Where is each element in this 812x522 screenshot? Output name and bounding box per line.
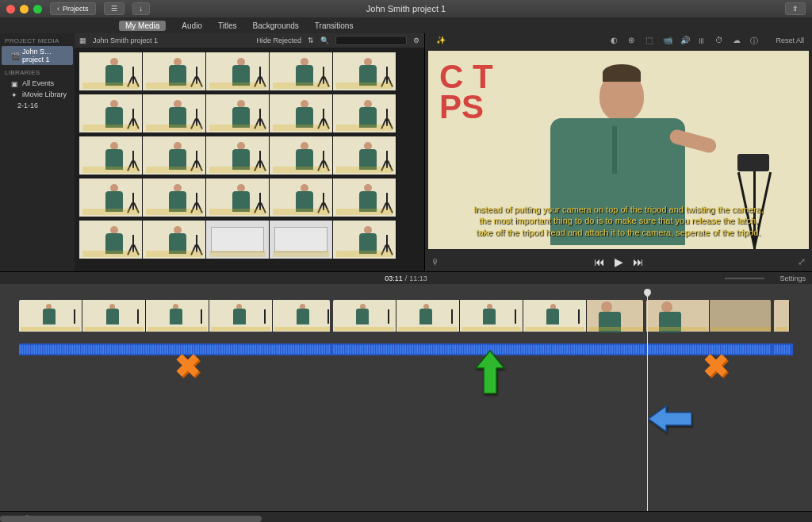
project-media-header: PROJECT MEDIA: [0, 33, 75, 46]
clip-thumb[interactable]: [206, 178, 270, 217]
clip-thumb[interactable]: [79, 136, 143, 175]
annotation-x-right: ✖: [703, 347, 730, 384]
date-label: 2-1-16: [17, 102, 38, 109]
timecode-total: 11:13: [409, 274, 427, 282]
window-minimize-button[interactable]: [20, 5, 29, 13]
sidebar-project-item[interactable]: 🎬 John S…project 1: [2, 46, 73, 65]
search-input[interactable]: [335, 36, 407, 45]
timecode-sep: /: [405, 274, 408, 282]
import-button[interactable]: ↓: [132, 2, 151, 15]
annotation-x-left: ✖: [174, 347, 201, 384]
svg-marker-0: [476, 351, 504, 393]
crop-icon[interactable]: ⬚: [645, 36, 655, 45]
library-sidebar: PROJECT MEDIA 🎬 John S…project 1 LIBRARI…: [0, 33, 75, 271]
back-to-projects-button[interactable]: ‹ Projects: [50, 2, 96, 15]
clip-thumb[interactable]: [206, 94, 270, 132]
clip-thumb[interactable]: [143, 52, 206, 90]
effects-icon[interactable]: ☁: [733, 36, 742, 45]
clip-browser[interactable]: [75, 48, 424, 271]
browser-settings-icon[interactable]: ⚙: [413, 36, 419, 44]
stack-icon: ▣: [11, 80, 19, 86]
all-events-label: All Events: [22, 79, 54, 87]
voiceover-mic-icon[interactable]: 🎙: [431, 258, 439, 267]
color-balance-icon[interactable]: ◐: [611, 36, 620, 45]
filter-dropdown-icon[interactable]: ⇅: [308, 36, 314, 44]
grid-view-icon[interactable]: ▦: [79, 36, 86, 44]
browser-title: John Smith project 1: [93, 36, 158, 44]
video-track[interactable]: [19, 300, 793, 344]
audio-track[interactable]: [19, 344, 793, 355]
playhead[interactable]: [647, 289, 648, 514]
annotation-arrow-left: [647, 403, 695, 442]
clip-thumb[interactable]: [79, 178, 143, 217]
timeline-clip[interactable]: [646, 300, 771, 344]
search-icon: 🔍: [320, 36, 329, 44]
whiteboard-text: C T PS: [439, 62, 493, 122]
clip-thumb[interactable]: [143, 178, 206, 217]
clip-thumb[interactable]: [143, 221, 206, 259]
clip-thumb[interactable]: [79, 94, 143, 132]
equalizer-icon[interactable]: ⫼: [698, 36, 707, 45]
prev-frame-button[interactable]: ⏮: [594, 255, 605, 268]
caption-text: Instead of putting your camera on top of…: [444, 204, 793, 238]
clip-thumb[interactable]: [333, 94, 396, 132]
timecode-current: 03:11: [385, 274, 403, 282]
magic-wand-icon[interactable]: ✨: [436, 36, 446, 45]
zoom-slider[interactable]: [725, 278, 764, 279]
library-list-button[interactable]: ☰: [104, 2, 124, 15]
stabilize-icon[interactable]: 📹: [663, 36, 672, 45]
filter-label: Hide Rejected: [256, 36, 301, 44]
tab-my-media[interactable]: My Media: [119, 21, 166, 31]
clip-thumb[interactable]: [79, 52, 143, 90]
sidebar-all-events[interactable]: ▣ All Events: [0, 78, 75, 89]
reset-all-button[interactable]: Reset All: [776, 36, 804, 44]
tab-transitions[interactable]: Transitions: [315, 21, 354, 30]
clip-thumb[interactable]: [333, 52, 396, 90]
clip-thumb[interactable]: [333, 178, 396, 217]
clapperboard-icon: 🎬: [11, 52, 19, 59]
clip-thumb[interactable]: [270, 52, 333, 90]
tab-backgrounds[interactable]: Backgrounds: [252, 21, 298, 30]
sidebar-date-event[interactable]: 2-1-16: [0, 100, 75, 111]
clip-thumb[interactable]: [333, 136, 396, 175]
play-button[interactable]: ▶: [615, 255, 623, 268]
timeline-area[interactable]: ✖ ✖ ♫: [0, 284, 812, 522]
clip-thumb[interactable]: [79, 221, 143, 259]
sidebar-project-label: John S…project 1: [22, 48, 68, 63]
clip-thumb[interactable]: [206, 136, 270, 175]
clip-thumb[interactable]: [206, 221, 270, 259]
color-correction-icon[interactable]: ⊛: [628, 36, 638, 45]
clip-thumb[interactable]: [270, 221, 333, 259]
next-frame-button[interactable]: ⏭: [633, 255, 644, 268]
horizontal-scrollbar[interactable]: [0, 516, 262, 522]
timeline-clip[interactable]: [19, 300, 330, 344]
clip-thumb[interactable]: [206, 52, 270, 90]
svg-marker-1: [649, 406, 691, 432]
timeline-clip[interactable]: [333, 300, 644, 344]
tab-audio[interactable]: Audio: [182, 21, 202, 30]
annotation-arrow-up: [473, 349, 508, 404]
sidebar-imovie-library[interactable]: ✦ iMovie Library: [0, 89, 75, 100]
tab-titles[interactable]: Titles: [218, 21, 237, 30]
library-star-icon: ✦: [11, 91, 19, 98]
timeline-settings-button[interactable]: Settings: [779, 274, 806, 282]
back-label: Projects: [63, 5, 89, 13]
fullscreen-button[interactable]: ⤢: [798, 256, 806, 267]
window-maximize-button[interactable]: [33, 5, 42, 13]
window-close-button[interactable]: [6, 5, 15, 13]
imovie-library-label: iMovie Library: [22, 90, 67, 98]
chevron-left-icon: ‹: [57, 5, 59, 13]
clip-thumb[interactable]: [270, 94, 333, 132]
share-button[interactable]: ⇪: [785, 2, 806, 15]
info-icon[interactable]: ⓘ: [750, 36, 760, 45]
clip-thumb[interactable]: [143, 136, 206, 175]
speed-icon[interactable]: ⏱: [715, 36, 725, 45]
clip-thumb[interactable]: [270, 136, 333, 175]
clip-thumb[interactable]: [143, 94, 206, 132]
timeline-clip[interactable]: [774, 300, 790, 344]
video-preview[interactable]: C T PS Instead of putting your camera on…: [428, 51, 809, 249]
volume-icon[interactable]: 🔊: [680, 36, 690, 45]
clip-thumb[interactable]: [333, 221, 396, 259]
libraries-header: LIBRARIES: [0, 65, 75, 78]
clip-thumb[interactable]: [270, 178, 333, 217]
